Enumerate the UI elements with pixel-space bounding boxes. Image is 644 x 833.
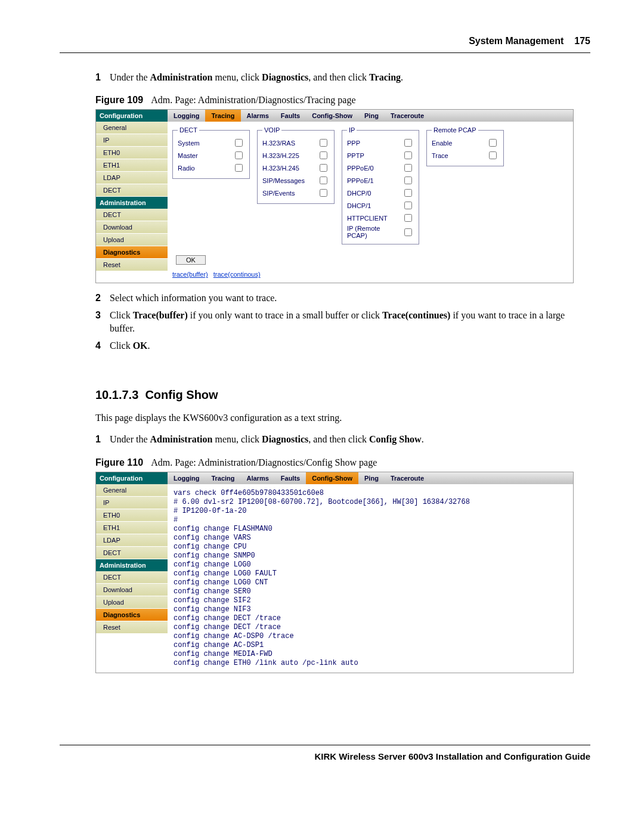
tab-traceroute[interactable]: Traceroute: [385, 110, 430, 122]
checkbox-ppp[interactable]: [404, 139, 412, 147]
checkbox-httpclient[interactable]: [404, 214, 412, 222]
option-row: PPTP: [347, 150, 414, 161]
sidebar-item-ldap[interactable]: LDAP: [96, 172, 168, 184]
step-number: 4: [95, 339, 110, 352]
checkbox-system[interactable]: [235, 139, 243, 147]
sidebar-item-eth0[interactable]: ETH0: [96, 147, 168, 159]
section-title: Config Show: [145, 388, 218, 401]
group-remote-pcap: Remote PCAPEnableTrace: [426, 126, 504, 166]
tab-traceroute[interactable]: Traceroute: [385, 472, 430, 484]
option-label: SIP/Messages: [262, 177, 314, 184]
main-panel: LoggingTracingAlarmsFaultsConfig-ShowPin…: [168, 472, 573, 673]
sidebar-item-reset[interactable]: Reset: [96, 259, 168, 271]
tab-tracing[interactable]: Tracing: [205, 472, 240, 484]
checkbox-dhcp-0[interactable]: [404, 189, 412, 197]
sidebar-head-administration: Administration: [96, 559, 168, 571]
sidebar-item-general[interactable]: General: [96, 122, 168, 134]
link-trace-buffer[interactable]: trace(buffer): [172, 271, 208, 278]
tab-alarms[interactable]: Alarms: [241, 110, 275, 122]
checkbox-sip-messages[interactable]: [320, 176, 327, 184]
option-label: Radio: [178, 165, 229, 172]
sidebar-item-upload[interactable]: Upload: [96, 234, 168, 246]
sidebar-item-eth1[interactable]: ETH1: [96, 522, 168, 534]
tab-tracing[interactable]: Tracing: [205, 110, 240, 122]
figure-label: Figure 109: [95, 95, 143, 105]
checkbox-h-323-h-225[interactable]: [320, 151, 327, 159]
checkbox-ip-remote-pcap-[interactable]: [404, 228, 412, 236]
sidebar-item-dect[interactable]: DECT: [96, 209, 168, 221]
step-text: Under the Administration menu, click Dia…: [110, 71, 590, 84]
option-label: SIP/Events: [262, 190, 314, 197]
option-row: DHCP/0: [347, 187, 414, 199]
step-4: 4 Click OK.: [95, 339, 590, 352]
sidebar-item-ip[interactable]: IP: [96, 134, 168, 147]
option-label: Trace: [432, 152, 483, 159]
tab-alarms[interactable]: Alarms: [241, 472, 275, 484]
tab-logging[interactable]: Logging: [168, 472, 205, 484]
sidebar-item-diagnostics[interactable]: Diagnostics: [96, 246, 168, 259]
checkbox-trace[interactable]: [489, 151, 497, 159]
checkbox-radio[interactable]: [235, 164, 243, 172]
step-1b: 1 Under the Administration menu, click D…: [95, 433, 590, 446]
tab-config-show[interactable]: Config-Show: [306, 110, 358, 122]
checkbox-master[interactable]: [235, 151, 243, 159]
ok-row: OK: [172, 252, 568, 265]
tab-config-show[interactable]: Config-Show: [306, 472, 358, 484]
sidebar: Configuration GeneralIPETH0ETH1LDAPDECT …: [96, 472, 168, 673]
sidebar-item-eth1[interactable]: ETH1: [96, 159, 168, 172]
option-row: System: [178, 137, 244, 148]
tab-bar: LoggingTracingAlarmsFaultsConfig-ShowPin…: [168, 472, 573, 484]
checkbox-dhcp-1[interactable]: [404, 202, 412, 209]
checkbox-h-323-h-245[interactable]: [320, 164, 327, 172]
checkbox-pppoe-1[interactable]: [404, 176, 412, 184]
header-page-number: 175: [574, 36, 590, 47]
admin-configshow-screenshot: Configuration GeneralIPETH0ETH1LDAPDECT …: [95, 472, 574, 673]
option-row: SIP/Events: [262, 187, 329, 199]
sidebar-item-ip[interactable]: IP: [96, 497, 168, 509]
checkbox-pptp[interactable]: [404, 151, 412, 159]
sidebar-item-dect[interactable]: DECT: [96, 547, 168, 559]
sidebar-item-general[interactable]: General: [96, 484, 168, 497]
step-text: Click Trace(buffer) if you only want to …: [110, 309, 590, 336]
checkbox-enable[interactable]: [489, 139, 497, 147]
tab-ping[interactable]: Ping: [358, 472, 385, 484]
sidebar-item-ldap[interactable]: LDAP: [96, 534, 168, 547]
header-section: System Management: [469, 36, 564, 47]
option-label: DHCP/0: [347, 190, 398, 197]
sidebar-item-dect[interactable]: DECT: [96, 571, 168, 584]
tab-ping[interactable]: Ping: [358, 110, 385, 122]
group-ip: IPPPPPPTPPPPoE/0PPPoE/1DHCP/0DHCP/1HTTPC…: [342, 126, 419, 244]
group-voip: VOIPH.323/RASH.323/H.225H.323/H.245SIP/M…: [257, 126, 335, 204]
checkbox-h-323-ras[interactable]: [320, 139, 327, 147]
sidebar-item-download[interactable]: Download: [96, 584, 168, 596]
ok-button[interactable]: OK: [176, 255, 206, 265]
option-row: Master: [178, 150, 244, 161]
option-row: H.323/RAS: [262, 137, 329, 148]
option-label: Enable: [432, 140, 483, 147]
checkbox-pppoe-0[interactable]: [404, 164, 412, 172]
sidebar-item-dect[interactable]: DECT: [96, 184, 168, 197]
tab-faults[interactable]: Faults: [275, 110, 306, 122]
option-row: PPPoE/1: [347, 175, 414, 186]
section-number: 10.1.7.3: [95, 388, 138, 401]
sidebar-item-eth0[interactable]: ETH0: [96, 509, 168, 522]
link-trace-continous[interactable]: trace(continous): [213, 271, 261, 278]
option-label: PPTP: [347, 152, 398, 159]
main-panel: LoggingTracingAlarmsFaultsConfig-ShowPin…: [168, 110, 573, 283]
tab-faults[interactable]: Faults: [275, 472, 306, 484]
option-label: PPPoE/1: [347, 177, 398, 184]
sidebar-item-download[interactable]: Download: [96, 221, 168, 234]
option-label: H.323/H.225: [262, 152, 314, 159]
sidebar-item-upload[interactable]: Upload: [96, 596, 168, 609]
option-label: DHCP/1: [347, 202, 398, 209]
sidebar-item-diagnostics[interactable]: Diagnostics: [96, 609, 168, 621]
tab-logging[interactable]: Logging: [168, 110, 205, 122]
checkbox-sip-events[interactable]: [320, 189, 327, 197]
sidebar-item-reset[interactable]: Reset: [96, 621, 168, 634]
option-row: DHCP/1: [347, 200, 414, 211]
option-label: HTTPCLIENT: [347, 215, 398, 222]
step-number: 2: [95, 292, 110, 305]
sidebar-head-configuration: Configuration: [96, 472, 168, 484]
option-row: H.323/H.245: [262, 162, 329, 174]
option-label: PPPoE/0: [347, 165, 398, 172]
